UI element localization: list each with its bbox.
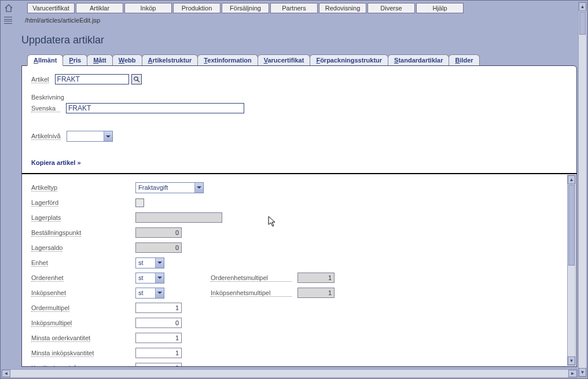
- lagerplats-input: [135, 212, 222, 223]
- copy-article-link[interactable]: Kopiera artikel »: [31, 159, 81, 166]
- breadcrumb: /html/articles/articleEdit.jsp: [25, 17, 100, 24]
- artikel-label: Artikel: [31, 76, 49, 83]
- tab-textinformation[interactable]: Textinformation: [197, 54, 258, 65]
- artikel-input[interactable]: [55, 74, 129, 84]
- menu-toggle-icon[interactable]: [4, 17, 12, 24]
- menu-inkop[interactable]: Inköp: [124, 3, 172, 13]
- artikelniva-label: Artikelnivå: [31, 133, 61, 140]
- beskrivning-label: Beskrivning: [31, 94, 567, 101]
- lagerford-label: Lagerförd: [31, 199, 58, 207]
- page-title: Uppdatera artiklar: [21, 34, 577, 46]
- inkopsenhetsmultipel-label: Inköpsenhetsmultipel: [211, 289, 292, 297]
- artikeltyp-label: Artikeltyp: [31, 184, 57, 192]
- scroll-down-button[interactable]: ▼: [568, 356, 575, 365]
- inkopsmultipel-input[interactable]: [135, 318, 182, 328]
- svg-point-0: [134, 77, 137, 80]
- minsta-orderkvantitet-input[interactable]: [135, 333, 182, 343]
- menu-redovisning[interactable]: Redovisning: [319, 3, 366, 13]
- minsta-inkopskvantitet-input[interactable]: [135, 348, 182, 358]
- chevron-down-icon: [104, 131, 112, 141]
- enhet-select[interactable]: st: [135, 257, 164, 268]
- outer-vertical-scrollbar[interactable]: ▲ ▼: [578, 2, 587, 377]
- ordermultipel-label: Ordermultipel: [31, 304, 69, 312]
- tab-forpackningsstruktur[interactable]: Förpackningsstruktur: [310, 54, 388, 65]
- artikel-search-button[interactable]: [131, 74, 142, 84]
- inner-vertical-scrollbar[interactable]: ▲ ▼: [567, 175, 576, 366]
- krediteringsniva-label: Krediteringsnivå: [31, 365, 77, 367]
- orderenhetsmultipel-label: Orderenhetsmultipel: [211, 274, 292, 282]
- orderenhetsmultipel-input: [297, 273, 335, 283]
- svenska-label: Svenska: [31, 105, 60, 112]
- menu-hjalp[interactable]: Hjälp: [416, 3, 464, 13]
- chevron-down-icon: [155, 273, 164, 283]
- orderenhet-label: Orderenhet: [31, 274, 64, 282]
- menu-partners[interactable]: Partners: [270, 3, 318, 13]
- enhet-label: Enhet: [31, 259, 48, 267]
- minsta-orderkvantitet-label: Minsta orderkvantitet: [31, 334, 90, 342]
- tab-pris[interactable]: Pris: [63, 54, 87, 65]
- inkopsenhetsmultipel-input: [297, 288, 335, 298]
- scroll-up-button[interactable]: ▲: [568, 175, 575, 184]
- scroll-right-button[interactable]: ►: [568, 370, 577, 377]
- tab-allmant[interactable]: Allmänt: [27, 54, 63, 66]
- top-bar: Varucertifikat Artiklar Inköp Produktion…: [1, 1, 587, 16]
- scroll-down-button[interactable]: ▼: [579, 368, 586, 377]
- scroll-left-button[interactable]: ◄: [2, 370, 10, 377]
- panel-general-bottom: Artikeltyp Fraktavgift Lagerförd Lagerpl…: [22, 174, 576, 366]
- scroll-thumb[interactable]: [579, 12, 586, 35]
- lagerford-checkbox[interactable]: [135, 198, 144, 207]
- ordermultipel-input[interactable]: [135, 303, 182, 313]
- lagersaldo-label: Lagersaldo: [31, 244, 63, 252]
- menu-artiklar[interactable]: Artiklar: [76, 3, 123, 13]
- tab-standardartiklar[interactable]: Standardartiklar: [388, 54, 449, 65]
- tab-webb[interactable]: Webb: [112, 54, 142, 65]
- search-icon: [133, 76, 140, 83]
- home-icon[interactable]: [4, 4, 13, 12]
- artikeltyp-select[interactable]: Fraktavgift: [135, 182, 204, 193]
- chevron-down-icon: [155, 258, 164, 268]
- svenska-input[interactable]: [66, 103, 244, 113]
- panel-general-top: Artikel Beskrivning Svenska Artikelnivå: [21, 65, 577, 174]
- tab-bilder[interactable]: Bilder: [449, 54, 479, 65]
- chevron-down-icon: [155, 288, 164, 298]
- scroll-thumb[interactable]: [568, 185, 575, 266]
- artikelniva-select[interactable]: [67, 131, 113, 142]
- outer-horizontal-scrollbar[interactable]: ◄ ►: [1, 369, 578, 378]
- menu-diverse[interactable]: Diverse: [368, 3, 415, 13]
- panel-general-bottom-wrap: Artikeltyp Fraktavgift Lagerförd Lagerpl…: [21, 173, 577, 367]
- menu-produktion[interactable]: Produktion: [173, 3, 220, 13]
- inkopsenhet-label: Inköpsenhet: [31, 289, 66, 297]
- chevron-down-icon: [194, 183, 203, 193]
- orderenhet-select[interactable]: st: [135, 273, 164, 284]
- inkopsmultipel-label: Inköpsmultipel: [31, 319, 72, 327]
- menu-varucertifikat[interactable]: Varucertifikat: [27, 3, 75, 13]
- app-window: ▲ ▼ ◄ ► Varucertifikat Artiklar Inköp Pr…: [0, 0, 588, 379]
- inkopsenhet-select[interactable]: st: [135, 288, 164, 299]
- top-menu: Varucertifikat Artiklar Inköp Produktion…: [27, 3, 464, 13]
- lagerplats-label: Lagerplats: [31, 214, 61, 222]
- lagersaldo-input: [135, 242, 182, 253]
- scroll-up-button[interactable]: ▲: [579, 2, 586, 11]
- inkopsenhet-value: st: [138, 289, 144, 296]
- content-area: Uppdatera artiklar Allmänt Pris Mått Web…: [21, 34, 577, 367]
- artikeltyp-value: Fraktavgift: [138, 184, 168, 191]
- krediteringsniva-input[interactable]: [135, 363, 182, 367]
- tab-artikelstruktur[interactable]: Artikelstruktur: [142, 54, 199, 65]
- tab-matt[interactable]: Mått: [87, 54, 113, 65]
- svg-line-1: [137, 80, 139, 83]
- tab-varucertifikat[interactable]: Varucertifikat: [258, 54, 311, 65]
- bestallningspunkt-label: Beställningspunkt: [31, 229, 81, 237]
- bestallningspunkt-input: [135, 227, 182, 238]
- minsta-inkopskvantitet-label: Minsta inköpskvantitet: [31, 349, 94, 357]
- menu-forsaljning[interactable]: Försäljning: [222, 3, 269, 13]
- tab-row: Allmänt Pris Mått Webb Artikelstruktur T…: [27, 54, 577, 65]
- enhet-value: st: [138, 259, 144, 266]
- orderenhet-value: st: [138, 274, 144, 281]
- breadcrumb-row: /html/articles/articleEdit.jsp: [1, 16, 587, 27]
